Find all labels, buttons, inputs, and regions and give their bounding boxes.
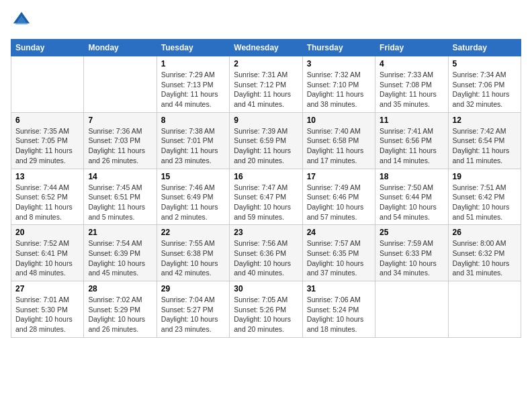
day-cell: 31Sunrise: 7:06 AM Sunset: 5:24 PM Dayli… bbox=[302, 281, 375, 338]
day-cell bbox=[375, 281, 448, 338]
day-detail: Sunrise: 7:45 AM Sunset: 6:51 PM Dayligh… bbox=[88, 183, 152, 222]
day-cell: 17Sunrise: 7:49 AM Sunset: 6:46 PM Dayli… bbox=[302, 169, 375, 225]
day-number: 18 bbox=[380, 172, 443, 181]
day-number: 20 bbox=[15, 228, 79, 237]
weekday-header-friday: Friday bbox=[375, 40, 448, 56]
day-detail: Sunrise: 7:35 AM Sunset: 7:05 PM Dayligh… bbox=[15, 126, 79, 166]
day-detail: Sunrise: 7:56 AM Sunset: 6:36 PM Dayligh… bbox=[234, 238, 298, 278]
day-cell: 5Sunrise: 7:34 AM Sunset: 7:06 PM Daylig… bbox=[448, 56, 521, 113]
day-number: 16 bbox=[234, 172, 298, 181]
day-number: 30 bbox=[234, 284, 298, 293]
day-detail: Sunrise: 7:40 AM Sunset: 6:58 PM Dayligh… bbox=[307, 126, 371, 166]
day-number: 4 bbox=[380, 59, 443, 68]
day-cell: 8Sunrise: 7:38 AM Sunset: 7:01 PM Daylig… bbox=[157, 112, 229, 169]
day-number: 24 bbox=[307, 228, 371, 237]
day-detail: Sunrise: 8:00 AM Sunset: 6:32 PM Dayligh… bbox=[453, 238, 517, 278]
day-cell: 25Sunrise: 7:59 AM Sunset: 6:33 PM Dayli… bbox=[375, 225, 448, 281]
weekday-header-saturday: Saturday bbox=[448, 40, 521, 56]
day-detail: Sunrise: 7:57 AM Sunset: 6:35 PM Dayligh… bbox=[307, 238, 371, 278]
weekday-header-sunday: Sunday bbox=[11, 40, 84, 56]
day-cell: 11Sunrise: 7:41 AM Sunset: 6:56 PM Dayli… bbox=[375, 112, 448, 169]
weekday-header-row: SundayMondayTuesdayWednesdayThursdayFrid… bbox=[11, 40, 521, 56]
day-detail: Sunrise: 7:32 AM Sunset: 7:10 PM Dayligh… bbox=[307, 70, 371, 109]
day-cell: 30Sunrise: 7:05 AM Sunset: 5:26 PM Dayli… bbox=[230, 281, 302, 338]
day-detail: Sunrise: 7:59 AM Sunset: 6:33 PM Dayligh… bbox=[380, 238, 443, 278]
page-header bbox=[11, 11, 521, 32]
day-cell: 6Sunrise: 7:35 AM Sunset: 7:05 PM Daylig… bbox=[11, 112, 84, 169]
day-cell: 21Sunrise: 7:54 AM Sunset: 6:39 PM Dayli… bbox=[84, 225, 157, 281]
day-number: 21 bbox=[88, 228, 152, 237]
day-detail: Sunrise: 7:44 AM Sunset: 6:52 PM Dayligh… bbox=[15, 183, 79, 222]
day-cell: 26Sunrise: 8:00 AM Sunset: 6:32 PM Dayli… bbox=[448, 225, 521, 281]
day-cell: 4Sunrise: 7:33 AM Sunset: 7:08 PM Daylig… bbox=[375, 56, 448, 113]
day-detail: Sunrise: 7:54 AM Sunset: 6:39 PM Dayligh… bbox=[88, 238, 152, 278]
day-detail: Sunrise: 7:04 AM Sunset: 5:27 PM Dayligh… bbox=[161, 295, 225, 334]
day-detail: Sunrise: 7:36 AM Sunset: 7:03 PM Dayligh… bbox=[88, 126, 152, 166]
day-detail: Sunrise: 7:50 AM Sunset: 6:44 PM Dayligh… bbox=[380, 183, 443, 222]
calendar-table: SundayMondayTuesdayWednesdayThursdayFrid… bbox=[11, 39, 521, 338]
day-number: 28 bbox=[88, 284, 152, 293]
day-cell: 1Sunrise: 7:29 AM Sunset: 7:13 PM Daylig… bbox=[157, 56, 229, 113]
day-detail: Sunrise: 7:38 AM Sunset: 7:01 PM Dayligh… bbox=[161, 126, 225, 166]
day-number: 11 bbox=[380, 116, 443, 125]
day-detail: Sunrise: 7:47 AM Sunset: 6:47 PM Dayligh… bbox=[234, 183, 298, 222]
day-detail: Sunrise: 7:41 AM Sunset: 6:56 PM Dayligh… bbox=[380, 126, 443, 166]
day-number: 6 bbox=[15, 116, 79, 125]
day-cell: 2Sunrise: 7:31 AM Sunset: 7:12 PM Daylig… bbox=[230, 56, 302, 113]
weekday-header-tuesday: Tuesday bbox=[157, 40, 229, 56]
day-cell: 14Sunrise: 7:45 AM Sunset: 6:51 PM Dayli… bbox=[84, 169, 157, 225]
day-cell bbox=[84, 56, 157, 113]
day-detail: Sunrise: 7:33 AM Sunset: 7:08 PM Dayligh… bbox=[380, 70, 443, 109]
day-number: 7 bbox=[88, 116, 152, 125]
day-number: 14 bbox=[88, 172, 152, 181]
day-number: 1 bbox=[161, 59, 225, 68]
day-cell: 23Sunrise: 7:56 AM Sunset: 6:36 PM Dayli… bbox=[230, 225, 302, 281]
day-cell: 18Sunrise: 7:50 AM Sunset: 6:44 PM Dayli… bbox=[375, 169, 448, 225]
day-number: 5 bbox=[453, 59, 517, 68]
week-row-2: 6Sunrise: 7:35 AM Sunset: 7:05 PM Daylig… bbox=[11, 112, 521, 169]
day-cell bbox=[448, 281, 521, 338]
day-detail: Sunrise: 7:39 AM Sunset: 6:59 PM Dayligh… bbox=[234, 126, 298, 166]
day-number: 19 bbox=[453, 172, 517, 181]
day-cell: 29Sunrise: 7:04 AM Sunset: 5:27 PM Dayli… bbox=[157, 281, 229, 338]
day-cell: 22Sunrise: 7:55 AM Sunset: 6:38 PM Dayli… bbox=[157, 225, 229, 281]
day-detail: Sunrise: 7:55 AM Sunset: 6:38 PM Dayligh… bbox=[161, 238, 225, 278]
day-detail: Sunrise: 7:05 AM Sunset: 5:26 PM Dayligh… bbox=[234, 295, 298, 334]
day-number: 12 bbox=[453, 116, 517, 125]
day-cell: 28Sunrise: 7:02 AM Sunset: 5:29 PM Dayli… bbox=[84, 281, 157, 338]
logo bbox=[11, 11, 31, 32]
day-cell: 3Sunrise: 7:32 AM Sunset: 7:10 PM Daylig… bbox=[302, 56, 375, 113]
day-cell: 7Sunrise: 7:36 AM Sunset: 7:03 PM Daylig… bbox=[84, 112, 157, 169]
day-number: 22 bbox=[161, 228, 225, 237]
day-cell: 24Sunrise: 7:57 AM Sunset: 6:35 PM Dayli… bbox=[302, 225, 375, 281]
day-detail: Sunrise: 7:29 AM Sunset: 7:13 PM Dayligh… bbox=[161, 70, 225, 109]
week-row-1: 1Sunrise: 7:29 AM Sunset: 7:13 PM Daylig… bbox=[11, 56, 521, 113]
day-cell: 10Sunrise: 7:40 AM Sunset: 6:58 PM Dayli… bbox=[302, 112, 375, 169]
day-cell: 20Sunrise: 7:52 AM Sunset: 6:41 PM Dayli… bbox=[11, 225, 84, 281]
day-number: 9 bbox=[234, 116, 298, 125]
week-row-5: 27Sunrise: 7:01 AM Sunset: 5:30 PM Dayli… bbox=[11, 281, 521, 338]
day-cell: 15Sunrise: 7:46 AM Sunset: 6:49 PM Dayli… bbox=[157, 169, 229, 225]
day-number: 29 bbox=[161, 284, 225, 293]
day-cell: 9Sunrise: 7:39 AM Sunset: 6:59 PM Daylig… bbox=[230, 112, 302, 169]
day-detail: Sunrise: 7:31 AM Sunset: 7:12 PM Dayligh… bbox=[234, 70, 298, 109]
day-detail: Sunrise: 7:34 AM Sunset: 7:06 PM Dayligh… bbox=[453, 70, 517, 109]
day-number: 17 bbox=[307, 172, 371, 181]
day-number: 26 bbox=[453, 228, 517, 237]
day-number: 31 bbox=[307, 284, 371, 293]
day-number: 15 bbox=[161, 172, 225, 181]
logo-icon bbox=[12, 11, 31, 30]
day-number: 10 bbox=[307, 116, 371, 125]
week-row-4: 20Sunrise: 7:52 AM Sunset: 6:41 PM Dayli… bbox=[11, 225, 521, 281]
day-detail: Sunrise: 7:02 AM Sunset: 5:29 PM Dayligh… bbox=[88, 295, 152, 334]
weekday-header-wednesday: Wednesday bbox=[230, 40, 302, 56]
day-number: 3 bbox=[307, 59, 371, 68]
day-cell: 19Sunrise: 7:51 AM Sunset: 6:42 PM Dayli… bbox=[448, 169, 521, 225]
day-detail: Sunrise: 7:01 AM Sunset: 5:30 PM Dayligh… bbox=[15, 295, 79, 334]
day-cell bbox=[11, 56, 84, 113]
weekday-header-monday: Monday bbox=[84, 40, 157, 56]
day-cell: 16Sunrise: 7:47 AM Sunset: 6:47 PM Dayli… bbox=[230, 169, 302, 225]
day-number: 2 bbox=[234, 59, 298, 68]
day-detail: Sunrise: 7:49 AM Sunset: 6:46 PM Dayligh… bbox=[307, 183, 371, 222]
day-number: 23 bbox=[234, 228, 298, 237]
